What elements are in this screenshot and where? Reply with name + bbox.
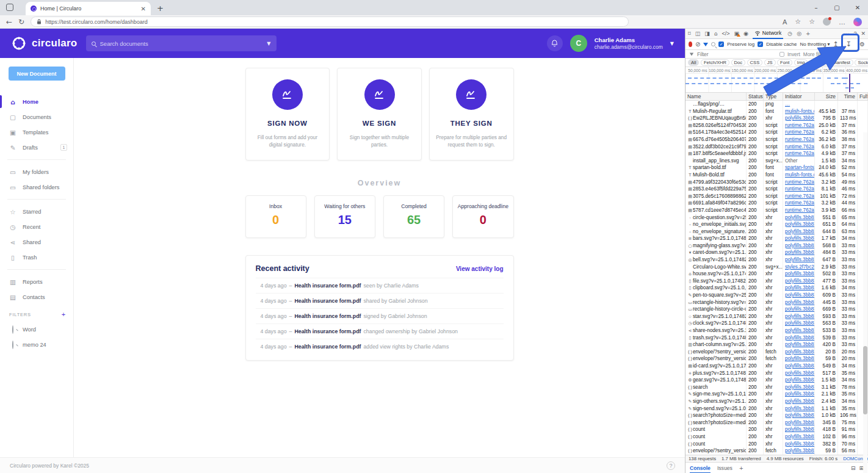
request-initiator[interactable]: polyfills.3bb837 bbox=[785, 314, 815, 319]
request-initiator[interactable]: runtime.762a71 bbox=[785, 179, 815, 185]
drawer-tab-console[interactable]: Console bbox=[690, 463, 711, 473]
resource-type-chip[interactable]: Manifest bbox=[830, 59, 853, 66]
drawer-tab-issues[interactable]: Issues bbox=[717, 465, 732, 471]
request-initiator[interactable]: polyfills.3bb837 bbox=[785, 406, 815, 411]
network-request-row[interactable]: ≡bars.svg?v=25.1.0,174824… 200 xhr polyf… bbox=[685, 235, 868, 242]
circularo-logo[interactable]: circularo bbox=[11, 35, 78, 51]
request-initiator[interactable]: runtime.762a71 bbox=[785, 137, 815, 142]
activity-row[interactable]: 4 days ago – Health insurance form.pdf s… bbox=[256, 308, 504, 323]
network-request-row[interactable]: ▤id-card.svg?v=25.1.0,1748… 200 xhr poly… bbox=[685, 363, 868, 370]
export-har-icon[interactable]: ↥ bbox=[833, 40, 839, 48]
request-initiator[interactable]: polyfills.3bb837 bbox=[785, 427, 815, 432]
window-minimize-button[interactable]: – bbox=[806, 4, 826, 11]
invert-checkbox[interactable] bbox=[779, 52, 784, 57]
request-initiator[interactable]: polyfills.3bb837 bbox=[785, 300, 815, 305]
request-initiator[interactable]: polyfills.3bb837 bbox=[785, 320, 815, 326]
col-name[interactable]: Name bbox=[685, 93, 747, 100]
request-initiator[interactable]: spartan-fonts.cs bbox=[785, 165, 815, 170]
request-initiator[interactable]: polyfills.3bb837 bbox=[785, 257, 815, 262]
request-initiator[interactable]: polyfills.3bb837 bbox=[785, 356, 815, 361]
request-initiator[interactable]: polyfills.3bb837 bbox=[785, 285, 815, 291]
help-button[interactable]: ? bbox=[667, 461, 675, 470]
col-time[interactable]: Time bbox=[838, 93, 858, 100]
activity-row[interactable]: 4 days ago – Health insurance form.pdf s… bbox=[256, 293, 504, 308]
favorites-star-icon[interactable]: ☆ bbox=[795, 18, 801, 26]
read-aloud-icon[interactable]: A bbox=[783, 18, 787, 26]
network-request-row[interactable]: ▤2853.e4e63f5fdd229a75.js 200 script run… bbox=[685, 186, 868, 193]
request-initiator[interactable]: polyfills.3bb837 bbox=[785, 328, 815, 333]
request-initiator[interactable]: runtime.762a71 bbox=[785, 123, 815, 128]
network-request-row[interactable]: ▤4799.a9f3220430f6e53c.js 200 script run… bbox=[685, 179, 868, 186]
col-status[interactable]: Status bbox=[747, 93, 764, 100]
network-request-row[interactable]: {}search 200 xhr polyfills.3bb837 3.1 kB… bbox=[685, 384, 868, 391]
network-request-row[interactable]: ▤3522.ddf3b02ce21c9f79.js 200 script run… bbox=[685, 143, 868, 151]
network-request-row[interactable]: ▤5787.cd1eee7d8745ec44.js 200 script run… bbox=[685, 207, 868, 214]
network-request-row[interactable]: TMulish-Regular.ttf 200 font mulish-font… bbox=[685, 108, 868, 115]
network-request-row[interactable]: ◷clock.svg?v=25.1.0,174824… 200 xhr poly… bbox=[685, 320, 868, 327]
network-overview[interactable] bbox=[685, 74, 868, 93]
network-request-row[interactable]: ▤3075.de5c176088988626.js 200 script run… bbox=[685, 193, 868, 200]
network-request-row[interactable]: ▯file.svg?v=25.1.0,17482409… 200 xhr pol… bbox=[685, 278, 868, 285]
col-fulfilled[interactable]: Fulfille… bbox=[858, 93, 868, 100]
new-tab-button[interactable]: + bbox=[157, 4, 164, 13]
request-initiator[interactable]: runtime.762a71 bbox=[785, 193, 815, 199]
performance-tab-icon[interactable]: ◷ bbox=[787, 31, 792, 37]
resource-type-chip[interactable]: Fetch/XHR bbox=[701, 59, 729, 66]
request-initiator[interactable]: mulish-fonts.cs bbox=[785, 109, 815, 114]
address-bar[interactable]: https://test.circularo.com/home/dashboar… bbox=[31, 16, 629, 27]
drawer-panel-left-icon[interactable]: ⊟ bbox=[851, 465, 856, 471]
preserve-log-checkbox[interactable]: ✓ bbox=[718, 42, 724, 47]
sidebar-item[interactable]: ☆Starred bbox=[0, 204, 73, 219]
request-initiator[interactable]: polyfills.3bb837 bbox=[785, 335, 815, 341]
sidebar-item[interactable]: ▢Documents bbox=[0, 109, 73, 125]
sign-card[interactable]: WE SIGN Sign together with multiple part… bbox=[337, 68, 422, 161]
network-search-icon[interactable] bbox=[711, 42, 715, 46]
network-request-row[interactable]: ▭rectangle-history-circle-us… 200 xhr po… bbox=[685, 306, 868, 313]
request-initiator[interactable]: styles.2f7bc290 bbox=[785, 264, 815, 270]
notifications-button[interactable] bbox=[547, 35, 563, 51]
sidebar-item[interactable]: ◷Recent bbox=[0, 219, 73, 234]
workspaces-icon[interactable] bbox=[6, 4, 13, 11]
new-document-button[interactable]: New Document bbox=[9, 67, 65, 81]
request-initiator[interactable]: polyfills.3bb837 bbox=[785, 215, 815, 220]
network-request-row[interactable]: ✎pen-to-square.svg?v=25.1… 200 xhr polyf… bbox=[685, 292, 868, 299]
view-activity-log-link[interactable]: View activity log bbox=[456, 265, 504, 272]
tab-close-icon[interactable]: ✕ bbox=[141, 5, 146, 12]
network-request-row[interactable]: ▯clipboard.svg?v=25.1.0,17… 200 xhr poly… bbox=[685, 284, 868, 292]
request-initiator[interactable]: runtime.762a71 bbox=[785, 151, 815, 156]
network-request-row[interactable]: ⋖share-nodes.svg?v=25.1.0,… 200 xhr poly… bbox=[685, 327, 868, 334]
disable-cache-checkbox[interactable]: ✓ bbox=[758, 42, 763, 47]
activity-row[interactable]: 4 days ago – Health insurance form.pdf a… bbox=[256, 339, 504, 354]
drawer-add-tab-icon[interactable]: + bbox=[739, 465, 743, 471]
overview-stat-card[interactable]: Inbox 0 bbox=[245, 195, 306, 238]
sidebar-item[interactable]: ⌂Home bbox=[0, 94, 73, 109]
more-filters[interactable]: More filters bbox=[803, 51, 828, 57]
col-size[interactable]: Size bbox=[815, 93, 838, 100]
document-search[interactable]: ▼ bbox=[86, 35, 277, 51]
record-icon[interactable] bbox=[689, 42, 692, 47]
network-request-row[interactable]: {}Ew2RLJEBNUqaugBn5mAx… 200 xhr polyfill… bbox=[685, 115, 868, 122]
devtools-close-icon[interactable]: ✕ bbox=[861, 31, 866, 37]
request-initiator[interactable]: runtime.762a71 bbox=[785, 144, 815, 150]
user-info[interactable]: Charlie Adams charlie.adams@circularo.co… bbox=[595, 37, 663, 50]
request-initiator[interactable]: polyfills.3bb837 bbox=[785, 292, 815, 298]
network-request-row[interactable]: install_app_lines.svg 200 svg+x… Other 1… bbox=[685, 157, 868, 165]
elements-tab-icon[interactable]: </> bbox=[722, 31, 729, 37]
resource-type-chip[interactable]: CSS bbox=[747, 59, 763, 66]
network-request-row[interactable]: ✎sign-others.svg?v=25.1.0,1… 200 xhr pol… bbox=[685, 398, 868, 405]
sidebar-item[interactable]: ✎Drafts1 bbox=[0, 140, 73, 155]
request-initiator[interactable]: runtime.762a71 bbox=[785, 129, 815, 135]
resource-type-chip[interactable]: Img bbox=[794, 59, 808, 66]
network-request-row[interactable]: Circularo-Logo-White.svg 200 svg+x… styl… bbox=[685, 264, 868, 271]
request-initiator[interactable]: polyfills.3bb837 bbox=[785, 349, 815, 355]
request-initiator[interactable]: polyfills.3bb837 bbox=[785, 448, 815, 453]
network-request-row[interactable]: ▤6691.afa849f047a8296c.js 200 script run… bbox=[685, 200, 868, 207]
user-avatar[interactable]: C bbox=[570, 35, 587, 52]
request-initiator[interactable]: polyfills.3bb837 bbox=[785, 434, 815, 439]
request-initiator[interactable]: polyfills.3bb837 bbox=[785, 385, 815, 390]
add-filter-button[interactable]: + bbox=[62, 311, 66, 318]
request-initiator[interactable]: polyfills.3bb837 bbox=[785, 243, 815, 248]
network-request-row[interactable]: {}count 200 xhr polyfills.3bb837 382 B 7… bbox=[685, 441, 868, 448]
network-request-row[interactable]: {}envelope/?sentry_version… 200 fetch po… bbox=[685, 348, 868, 356]
network-request-row[interactable]: ▾caret-down.svg?v=25.1.0,1… 200 xhr poly… bbox=[685, 249, 868, 256]
